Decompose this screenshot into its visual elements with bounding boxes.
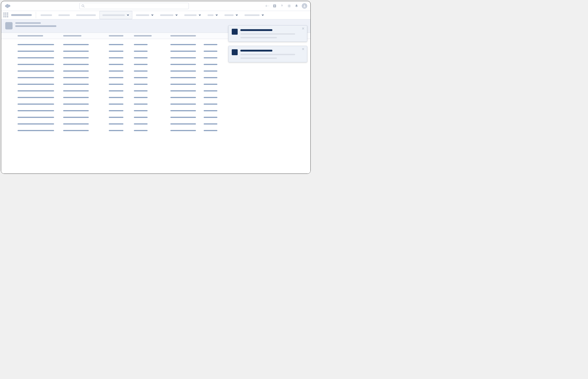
- favorites-button[interactable]: [265, 4, 269, 8]
- cell: [63, 44, 89, 45]
- nav-tab-1[interactable]: [56, 11, 73, 19]
- setup-button[interactable]: [287, 4, 291, 8]
- cell: [17, 70, 54, 72]
- cell: [134, 97, 148, 98]
- col-header-2[interactable]: [109, 35, 123, 36]
- help-button[interactable]: [280, 4, 284, 8]
- cell: [170, 130, 196, 131]
- cell: [63, 84, 89, 85]
- cell: [204, 57, 217, 58]
- search-input[interactable]: [86, 4, 187, 8]
- cell: [170, 97, 196, 98]
- nav-tab-label: [58, 14, 70, 16]
- plus-square-icon: [273, 4, 276, 8]
- nav-tab-label: [136, 14, 149, 16]
- cell: [17, 51, 54, 52]
- cell: [17, 110, 54, 111]
- cell: [63, 97, 89, 98]
- cell: [109, 117, 123, 118]
- notifications-button[interactable]: [294, 4, 299, 8]
- cell: [63, 110, 89, 111]
- chevron-down-icon[interactable]: [127, 14, 129, 16]
- toast-title: [240, 29, 272, 31]
- profile-button[interactable]: [302, 3, 307, 9]
- table-row[interactable]: [17, 114, 306, 121]
- table-row[interactable]: [17, 81, 306, 88]
- cell: [204, 84, 217, 85]
- table-row[interactable]: [17, 88, 306, 94]
- nav-tab-label: [207, 14, 213, 16]
- toast-notification: [228, 25, 307, 42]
- cell: [170, 70, 196, 72]
- chevron-down-icon[interactable]: [235, 14, 238, 16]
- nav-tab-8[interactable]: [222, 11, 241, 19]
- table-row[interactable]: [17, 101, 306, 107]
- cell: [17, 130, 54, 131]
- cell: [17, 44, 54, 45]
- cell: [170, 117, 196, 118]
- cell: [17, 97, 54, 98]
- col-header-1[interactable]: [63, 35, 81, 36]
- toast-icon: [232, 49, 238, 55]
- cell: [170, 44, 196, 45]
- cell: [109, 123, 123, 125]
- app-name: [11, 14, 32, 16]
- global-header: [1, 1, 310, 11]
- cell: [63, 123, 89, 125]
- cell: [170, 104, 196, 105]
- cell: [204, 44, 217, 45]
- search-icon: [81, 4, 85, 8]
- table-row[interactable]: [17, 121, 306, 127]
- table-row[interactable]: [17, 74, 306, 81]
- cell: [109, 84, 123, 85]
- cell: [134, 84, 148, 85]
- nav-tab-label: [184, 14, 197, 16]
- col-header-3[interactable]: [134, 35, 152, 36]
- cell: [134, 104, 148, 105]
- chevron-down-icon: [268, 5, 269, 7]
- toast-close-button[interactable]: [302, 47, 305, 51]
- nav-tab-3[interactable]: [99, 11, 132, 19]
- toast-close-button[interactable]: [302, 27, 305, 31]
- toast-stack: [228, 25, 307, 62]
- cell: [134, 44, 148, 45]
- table-row[interactable]: [17, 107, 306, 114]
- chevron-down-icon[interactable]: [261, 14, 264, 16]
- chevron-down-icon[interactable]: [151, 14, 154, 16]
- table-row[interactable]: [17, 68, 306, 74]
- object-icon: [5, 22, 13, 30]
- cell: [204, 130, 217, 131]
- table-row[interactable]: [17, 94, 306, 101]
- col-header-0[interactable]: [17, 35, 43, 36]
- toast-icon: [232, 29, 238, 35]
- chevron-down-icon[interactable]: [198, 14, 201, 16]
- chevron-down-icon[interactable]: [175, 14, 178, 16]
- cell: [134, 57, 148, 58]
- nav-tab-0[interactable]: [38, 11, 55, 19]
- nav-tab-5[interactable]: [157, 11, 181, 19]
- cell: [109, 64, 123, 65]
- cell: [109, 104, 123, 105]
- nav-tab-7[interactable]: [205, 11, 221, 19]
- add-button[interactable]: [272, 4, 277, 8]
- cell: [134, 90, 148, 92]
- table-row[interactable]: [17, 127, 306, 134]
- chevron-down-icon[interactable]: [215, 14, 218, 16]
- svg-point-4: [289, 5, 290, 6]
- nav-tab-2[interactable]: [73, 11, 98, 19]
- cell: [109, 70, 123, 72]
- toast-line-2: [240, 37, 277, 38]
- app-launcher-button[interactable]: [3, 13, 8, 17]
- cell: [170, 64, 196, 65]
- person-icon: [303, 4, 306, 8]
- cell: [204, 90, 217, 92]
- bell-icon: [295, 4, 298, 8]
- nav-tab-6[interactable]: [182, 11, 204, 19]
- cell: [109, 57, 123, 58]
- nav-tab-4[interactable]: [133, 11, 157, 19]
- cell: [170, 57, 196, 58]
- gear-icon: [287, 4, 291, 8]
- col-header-4[interactable]: [170, 35, 196, 36]
- global-search[interactable]: [79, 3, 189, 9]
- nav-tab-9[interactable]: [242, 11, 267, 19]
